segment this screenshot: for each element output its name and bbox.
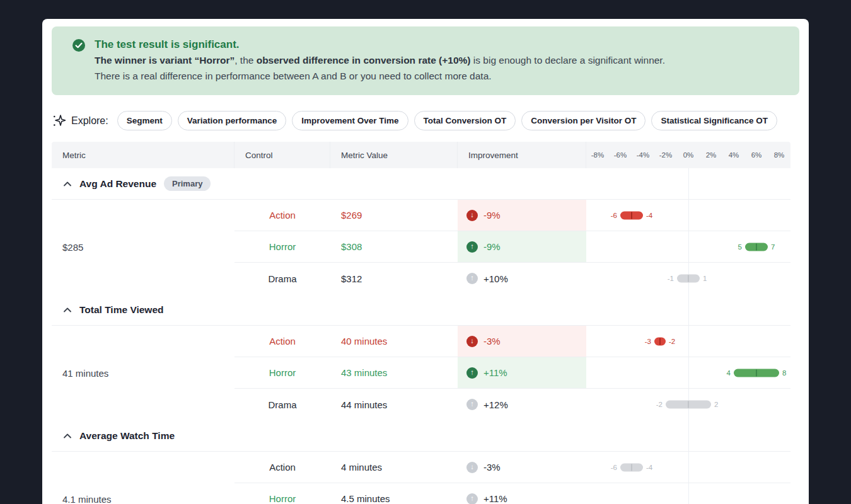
arrow-up-circle-icon: ↑ [466,367,478,379]
banner-detail-line: The winner is variant “Horror”, the obse… [95,52,787,68]
axis-tick: -4% [637,151,649,159]
metric-value-cell: 43 minutes [330,357,458,389]
bar-max-label: 8 [782,369,786,377]
primary-badge: Primary [164,176,211,191]
bar-min-label: -6 [611,212,617,219]
bar-min-label: 5 [738,243,742,251]
confidence-interval-bar [677,275,700,283]
confidence-interval-bar [654,337,666,345]
confidence-interval-bar [620,211,643,219]
banner-note-line: There is a real difference in performanc… [95,68,787,84]
improvement-cell: ↑+12% [458,389,586,420]
bar-max-label: 7 [771,243,775,251]
explore-chip-improvement-over-time[interactable]: Improvement Over Time [292,111,408,130]
improvement-cell: ↑+11% [458,483,586,504]
arrow-down-circle-icon: ↓ [466,210,478,221]
metric-section: Avg Ad Revenue Primary Action$285$269↓-9… [52,168,790,294]
axis-tick: 4% [729,151,739,159]
arrow-up-circle-icon: ↑ [466,493,478,504]
metric-value-cell: $312 [330,263,458,294]
explore-bar: Explore: SegmentVariation performanceImp… [53,111,809,130]
bar-min-label: -1 [668,275,674,282]
metric-value-cell: 40 minutes [330,326,458,357]
arrow-down-circle-icon: ↓ [466,462,478,473]
confidence-interval-bar [620,463,643,471]
bar-min-label: -6 [611,464,617,471]
bar-max-label: 1 [703,275,707,282]
variant-name-cell: Action [234,200,330,231]
control-value-cell: 4.1 minutes [52,452,234,504]
bar-max-label: -2 [669,338,675,345]
metric-group-title: Avg Ad Revenue [79,178,156,190]
chevron-up-icon[interactable] [64,433,71,438]
improvement-cell: ↑+11% [458,357,586,389]
column-header-improvement: Improvement [458,142,586,168]
bar-min-label: -3 [645,338,651,345]
significance-banner: The test result is significant. The winn… [52,26,799,95]
arrow-up-circle-icon: ↑ [466,273,478,284]
metric-value-cell: 4.5 minutes [330,483,458,504]
explore-chip-variation-performance[interactable]: Variation performance [178,111,287,130]
explore-label: Explore: [71,115,108,127]
metrics-table: Metric Control Metric Value Improvement … [52,142,790,504]
table-header-row: Metric Control Metric Value Improvement … [52,142,790,168]
explore-chip-segment[interactable]: Segment [117,111,172,130]
explore-chip-list: SegmentVariation performanceImprovement … [117,111,783,130]
zero-gridline [688,168,689,199]
bar-max-label: -4 [646,212,652,219]
improvement-cell: ↑+10% [458,263,586,294]
axis-tick: -6% [614,151,627,159]
metric-value-cell: 4 minutes [330,452,458,483]
variant-name-cell: Action [234,452,330,483]
improvement-chart-cell: 5 7 [586,231,790,263]
metric-section: Average Watch Time Action4.1 minutes4 mi… [52,420,790,504]
improvement-cell: ↓-9% [458,200,586,231]
arrow-up-circle-icon: ↑ [466,399,478,410]
metric-value-cell: $269 [330,200,458,231]
bar-max-label: -4 [646,464,652,471]
column-header-metric-value: Metric Value [330,142,458,168]
zero-gridline [688,294,689,325]
banner-title: The test result is significant. [95,38,240,52]
metric-value-cell: $308 [330,231,458,263]
axis-tick: 8% [774,151,785,159]
axis-tick: -8% [591,151,604,159]
variant-name-cell: Drama [234,389,330,420]
control-value-cell: 41 minutes [52,326,234,420]
arrow-up-circle-icon: ↑ [466,241,478,253]
explore-chip-conversion-per-visitor-ot[interactable]: Conversion per Visitor OT [521,111,645,130]
metric-group-header-2[interactable]: Average Watch Time [52,420,790,452]
metric-group-header-0[interactable]: Avg Ad Revenue Primary [52,168,790,200]
axis-tick: 2% [706,151,717,159]
variant-name-cell: Horror [234,483,330,504]
arrow-down-circle-icon: ↓ [466,336,478,347]
improvement-chart-cell: -6 -4 [586,200,790,231]
variant-name-cell: Action [234,326,330,357]
results-card: The test result is significant. The winn… [42,19,809,504]
bar-min-label: 4 [727,369,731,377]
confidence-interval-bar [666,401,711,409]
metric-group-header-1[interactable]: Total Time Viewed [52,294,790,326]
sparkles-icon [53,115,66,127]
chevron-up-icon[interactable] [64,181,71,186]
confidence-interval-bar [745,243,768,251]
improvement-chart-cell: 4 8 [586,357,790,389]
improvement-cell: ↓-3% [458,326,586,357]
chevron-up-icon[interactable] [64,307,71,312]
improvement-axis-header: -8%-6%-4%-2%0%2%4%6%8% [586,142,790,168]
check-circle-icon [72,38,86,52]
explore-chip-statistical-significance-ot[interactable]: Statistical Significance OT [651,111,777,130]
explore-chip-total-conversion-ot[interactable]: Total Conversion OT [414,111,516,130]
improvement-cell: ↓-3% [458,452,586,483]
improvement-chart-cell: -1 1 [586,263,790,294]
variant-name-cell: Horror [234,231,330,263]
improvement-chart-cell: -2 2 [586,389,790,420]
improvement-chart-cell: -3 -2 [586,326,790,357]
improvement-chart-cell: -6 -4 [586,452,790,483]
control-value-cell: $285 [52,200,234,294]
bar-max-label: 2 [714,401,718,408]
variant-name-cell: Horror [234,357,330,389]
variant-name-cell: Drama [234,263,330,294]
axis-tick: -2% [659,151,672,159]
zero-gridline [688,420,689,451]
